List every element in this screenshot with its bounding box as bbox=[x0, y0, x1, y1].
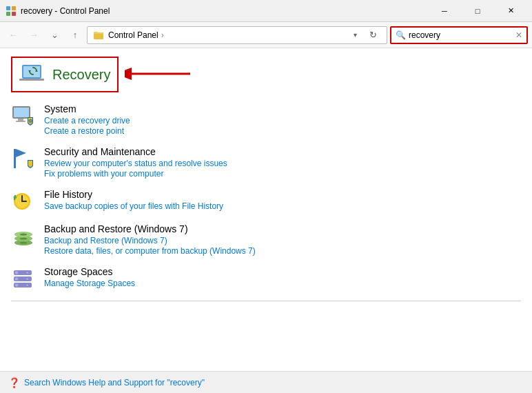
back-button[interactable]: ← bbox=[4, 26, 22, 44]
recent-locations-button[interactable]: ⌄ bbox=[45, 26, 63, 44]
window-title: recovery - Control Panel bbox=[21, 6, 429, 16]
help-search-link[interactable]: Search Windows Help and Support for "rec… bbox=[24, 378, 205, 387]
up-button[interactable]: ↑ bbox=[66, 26, 84, 44]
svg-rect-2 bbox=[6, 12, 10, 16]
footer: ❓ Search Windows Help and Support for "r… bbox=[0, 371, 532, 393]
item-link[interactable]: Create a recovery drive bbox=[44, 116, 521, 125]
help-icon: ❓ bbox=[8, 377, 20, 388]
red-arrow bbox=[125, 63, 194, 84]
window-controls: ─ □ ✕ bbox=[429, 0, 526, 22]
security-content: Security and Maintenance Review your com… bbox=[44, 146, 521, 179]
recovery-header: Recovery bbox=[11, 57, 521, 92]
storage-spaces-icon bbox=[11, 266, 36, 291]
svg-marker-17 bbox=[16, 149, 26, 157]
address-path: Control Panel › bbox=[108, 30, 345, 40]
path-separator: › bbox=[161, 30, 164, 40]
svg-rect-7 bbox=[19, 79, 44, 81]
recovery-header-box: Recovery bbox=[11, 57, 119, 92]
list-item: ⚙ System Create a recovery driveCreate a… bbox=[11, 103, 521, 137]
address-bar: ← → ⌄ ↑ Control Panel › ▾ ↻ 🔍 ✕ bbox=[0, 22, 532, 48]
svg-rect-30 bbox=[15, 284, 18, 287]
restore-button[interactable]: □ bbox=[462, 0, 493, 22]
divider bbox=[11, 301, 521, 301]
title-bar: recovery - Control Panel ─ □ ✕ bbox=[0, 0, 532, 22]
list-item: Backup and Restore (Windows 7) Backup an… bbox=[11, 223, 521, 256]
storage-spaces-content: Storage Spaces Manage Storage Spaces bbox=[44, 266, 521, 289]
backup-restore-content: Backup and Restore (Windows 7) Backup an… bbox=[44, 223, 521, 256]
app-icon bbox=[6, 6, 17, 17]
item-link[interactable]: Fix problems with your computer bbox=[44, 169, 521, 179]
security-icon bbox=[11, 146, 36, 171]
refresh-button[interactable]: ↻ bbox=[365, 27, 381, 43]
search-area[interactable]: 🔍 ✕ bbox=[390, 26, 528, 44]
svg-rect-34 bbox=[26, 279, 28, 280]
svg-rect-0 bbox=[6, 6, 10, 10]
svg-text:⚙: ⚙ bbox=[28, 119, 32, 123]
svg-rect-16 bbox=[14, 149, 16, 168]
recovery-title: Recovery bbox=[52, 67, 110, 83]
svg-rect-13 bbox=[18, 119, 23, 121]
search-input[interactable] bbox=[409, 30, 513, 40]
system-content: System Create a recovery driveCreate a r… bbox=[44, 103, 521, 137]
address-dropdown-button[interactable]: ▾ bbox=[349, 30, 360, 41]
svg-point-28 bbox=[20, 242, 27, 244]
item-link[interactable]: Restore data, files, or computer from ba… bbox=[44, 246, 521, 256]
svg-rect-12 bbox=[14, 108, 29, 117]
item-link[interactable]: Review your computer's status and resolv… bbox=[44, 159, 521, 168]
svg-rect-37 bbox=[26, 272, 28, 274]
svg-rect-36 bbox=[15, 272, 18, 274]
folder-icon bbox=[93, 30, 104, 41]
list-item: Storage Spaces Manage Storage Spaces bbox=[11, 266, 521, 291]
system-title: System bbox=[44, 103, 521, 114]
system-icon: ⚙ bbox=[11, 103, 36, 128]
security-title: Security and Maintenance bbox=[44, 146, 521, 157]
item-link[interactable]: Create a restore point bbox=[44, 126, 521, 136]
path-segment-control-panel[interactable]: Control Panel bbox=[108, 30, 158, 40]
item-link[interactable]: Backup and Restore (Windows 7) bbox=[44, 236, 521, 245]
svg-rect-31 bbox=[26, 285, 28, 286]
item-link[interactable]: Manage Storage Spaces bbox=[44, 279, 521, 288]
svg-rect-1 bbox=[12, 6, 16, 10]
address-input-area[interactable]: Control Panel › ▾ ↻ bbox=[87, 26, 387, 44]
file-history-title: File History bbox=[44, 189, 521, 200]
item-link[interactable]: Save backup copies of your files with Fi… bbox=[44, 201, 521, 211]
list-item: File History Save backup copies of your … bbox=[11, 189, 521, 214]
svg-rect-33 bbox=[15, 278, 18, 281]
content-area: Recovery bbox=[0, 48, 532, 371]
svg-point-27 bbox=[20, 238, 27, 240]
minimize-button[interactable]: ─ bbox=[429, 0, 460, 22]
recovery-icon bbox=[19, 62, 47, 87]
forward-button[interactable]: → bbox=[25, 26, 43, 44]
search-icon: 🔍 bbox=[396, 30, 406, 40]
svg-rect-3 bbox=[12, 12, 16, 16]
storage-spaces-title: Storage Spaces bbox=[44, 266, 521, 277]
search-clear-button[interactable]: ✕ bbox=[515, 30, 522, 40]
close-button[interactable]: ✕ bbox=[495, 0, 526, 22]
file-history-icon bbox=[11, 189, 36, 214]
list-item: Security and Maintenance Review your com… bbox=[11, 146, 521, 179]
file-history-content: File History Save backup copies of your … bbox=[44, 189, 521, 212]
backup-restore-icon bbox=[11, 223, 36, 248]
svg-rect-14 bbox=[16, 121, 25, 122]
backup-restore-title: Backup and Restore (Windows 7) bbox=[44, 223, 521, 234]
svg-point-26 bbox=[20, 234, 27, 236]
